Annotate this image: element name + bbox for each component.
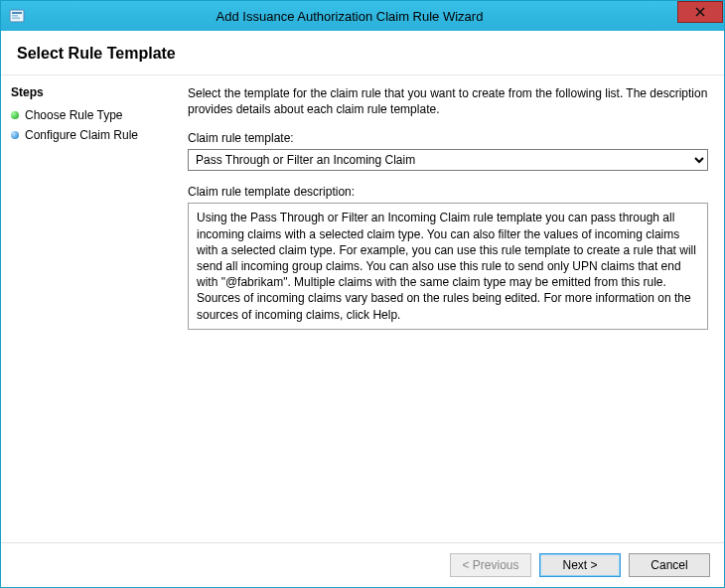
step-active-icon	[11, 111, 19, 119]
wizard-footer: < Previous Next > Cancel	[1, 542, 724, 587]
step-configure-claim-rule[interactable]: Configure Claim Rule	[11, 125, 175, 145]
main-panel: Select the template for the claim rule t…	[176, 75, 724, 542]
window-title: Add Issuance Authorization Claim Rule Wi…	[25, 9, 724, 24]
claim-rule-template-select[interactable]: Pass Through or Filter an Incoming Claim	[188, 149, 708, 171]
intro-text: Select the template for the claim rule t…	[188, 85, 708, 117]
step-choose-rule-type[interactable]: Choose Rule Type	[11, 105, 175, 125]
svg-rect-1	[12, 12, 22, 14]
previous-button: < Previous	[450, 553, 531, 577]
svg-rect-2	[12, 15, 18, 17]
steps-heading: Steps	[11, 85, 175, 99]
titlebar: Add Issuance Authorization Claim Rule Wi…	[1, 1, 724, 31]
step-label: Configure Claim Rule	[25, 128, 138, 142]
wizard-body: Steps Choose Rule Type Configure Claim R…	[1, 75, 724, 542]
svg-rect-3	[12, 18, 20, 20]
cancel-button[interactable]: Cancel	[629, 553, 710, 577]
next-button[interactable]: Next >	[539, 553, 621, 577]
page-title: Select Rule Template	[1, 31, 724, 75]
description-label: Claim rule template description:	[188, 185, 708, 199]
template-label: Claim rule template:	[188, 131, 708, 145]
close-button[interactable]	[677, 1, 723, 23]
app-icon	[9, 8, 25, 24]
close-icon	[695, 7, 705, 17]
wizard-window: Add Issuance Authorization Claim Rule Wi…	[0, 0, 725, 588]
step-pending-icon	[11, 131, 19, 139]
step-label: Choose Rule Type	[25, 108, 123, 122]
steps-sidebar: Steps Choose Rule Type Configure Claim R…	[1, 75, 176, 542]
template-description-box: Using the Pass Through or Filter an Inco…	[188, 203, 708, 329]
